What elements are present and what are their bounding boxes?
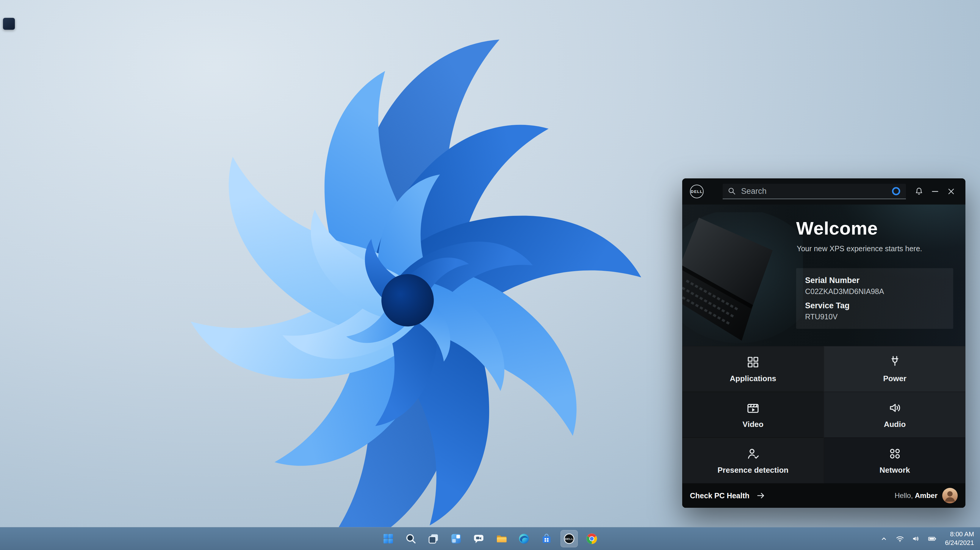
presence-person-icon xyxy=(746,447,760,461)
desktop: DELL xyxy=(0,0,980,550)
network-nodes-icon xyxy=(888,447,902,461)
page-title: Welcome xyxy=(796,218,878,239)
user-name: Amber xyxy=(915,491,937,499)
svg-text:DELL: DELL xyxy=(565,537,573,540)
chat-icon xyxy=(473,533,485,545)
desktop-shortcut-icon[interactable] xyxy=(3,18,15,30)
arrow-right-icon xyxy=(756,491,766,501)
close-button[interactable] xyxy=(945,185,958,198)
tile-power[interactable]: Power xyxy=(824,346,966,392)
file-explorer-button[interactable] xyxy=(493,530,510,547)
start-button[interactable] xyxy=(380,530,397,547)
service-tag-label: Service Tag xyxy=(805,301,944,311)
xps-laptop-image xyxy=(682,212,803,343)
tray-overflow-button[interactable] xyxy=(878,533,890,545)
wifi-button[interactable] xyxy=(894,533,906,545)
my-dell-window: DELL xyxy=(682,178,966,508)
tile-video[interactable]: Video xyxy=(682,392,824,437)
clock-date: 6/24/2021 xyxy=(945,539,974,547)
taskbar-center-icons: DELL xyxy=(380,528,600,550)
taskbar-search-button[interactable] xyxy=(402,530,420,547)
video-clapper-icon xyxy=(746,401,760,415)
device-info-card: Serial Number C02ZKAD3MD6NIA98A Service … xyxy=(796,268,953,329)
search-icon xyxy=(405,533,417,545)
file-explorer-icon xyxy=(495,533,508,545)
task-view-icon xyxy=(427,533,440,545)
widgets-icon xyxy=(450,533,462,545)
avatar-photo xyxy=(942,488,958,503)
notifications-button[interactable] xyxy=(912,185,926,198)
edge-button[interactable] xyxy=(515,530,533,547)
serial-number-value: C02ZKAD3MD6NIA98A xyxy=(805,287,944,296)
chrome-icon xyxy=(585,533,598,545)
feature-tiles: Applications Power Video Audio Presence … xyxy=(682,346,966,483)
taskbar-clock[interactable]: 8:00 AM 6/24/2021 xyxy=(945,530,974,547)
bell-icon xyxy=(914,187,924,196)
tile-applications[interactable]: Applications xyxy=(682,346,824,392)
window-footer: Check PC Health Hello, Amber xyxy=(682,483,966,508)
user-avatar[interactable] xyxy=(942,488,958,503)
window-header: DELL xyxy=(682,178,966,204)
my-dell-icon: DELL xyxy=(563,533,575,545)
chat-button[interactable] xyxy=(470,530,487,547)
minimize-button[interactable] xyxy=(929,185,942,198)
dell-logo[interactable]: DELL xyxy=(690,185,703,198)
battery-icon xyxy=(928,534,937,543)
service-tag-value: RTU910V xyxy=(805,312,944,321)
tile-label: Power xyxy=(883,374,906,383)
tile-label: Video xyxy=(743,420,764,429)
search-input[interactable] xyxy=(740,186,887,196)
chevron-up-icon xyxy=(880,534,888,543)
power-plug-icon xyxy=(888,355,902,369)
page-subtitle: Your new XPS experience starts here. xyxy=(797,244,922,253)
tile-label: Network xyxy=(880,466,910,475)
tile-audio[interactable]: Audio xyxy=(824,392,966,437)
close-icon xyxy=(947,187,956,196)
edge-icon xyxy=(518,533,530,545)
clock-time: 8:00 AM xyxy=(945,530,974,539)
system-tray: 8:00 AM 6/24/2021 xyxy=(878,528,980,550)
greeting-text: Hello, Amber xyxy=(895,491,937,500)
taskbar: DELL 8:00 AM 6/24/2021 xyxy=(0,527,980,550)
store-button[interactable] xyxy=(538,530,555,547)
supportassist-ring-icon[interactable] xyxy=(891,186,901,196)
check-pc-health-label: Check PC Health xyxy=(690,491,749,500)
apps-grid-icon xyxy=(746,355,760,369)
chrome-button[interactable] xyxy=(583,530,600,547)
welcome-hero: Welcome Your new XPS experience starts h… xyxy=(682,204,966,346)
user-greeting: Hello, Amber xyxy=(895,488,958,503)
tile-label: Applications xyxy=(730,374,776,383)
serial-number-label: Serial Number xyxy=(805,276,944,285)
minimize-icon xyxy=(930,187,940,196)
windows-start-icon xyxy=(382,533,395,545)
tile-presence-detection[interactable]: Presence detection xyxy=(682,437,824,483)
battery-button[interactable] xyxy=(926,533,939,545)
dell-logo-text: DELL xyxy=(691,189,703,194)
widgets-button[interactable] xyxy=(447,530,465,547)
volume-icon xyxy=(912,534,921,543)
tile-label: Audio xyxy=(884,420,906,429)
window-controls xyxy=(912,185,958,198)
search-field xyxy=(723,184,906,199)
store-icon xyxy=(540,533,553,545)
wifi-icon xyxy=(896,534,904,543)
speaker-icon xyxy=(888,401,902,415)
tile-label: Presence detection xyxy=(718,466,788,475)
volume-button[interactable] xyxy=(910,533,922,545)
search-icon xyxy=(727,187,737,196)
my-dell-button[interactable]: DELL xyxy=(560,530,578,547)
check-pc-health-link[interactable]: Check PC Health xyxy=(690,491,766,501)
task-view-button[interactable] xyxy=(425,530,442,547)
tile-network[interactable]: Network xyxy=(824,437,966,483)
